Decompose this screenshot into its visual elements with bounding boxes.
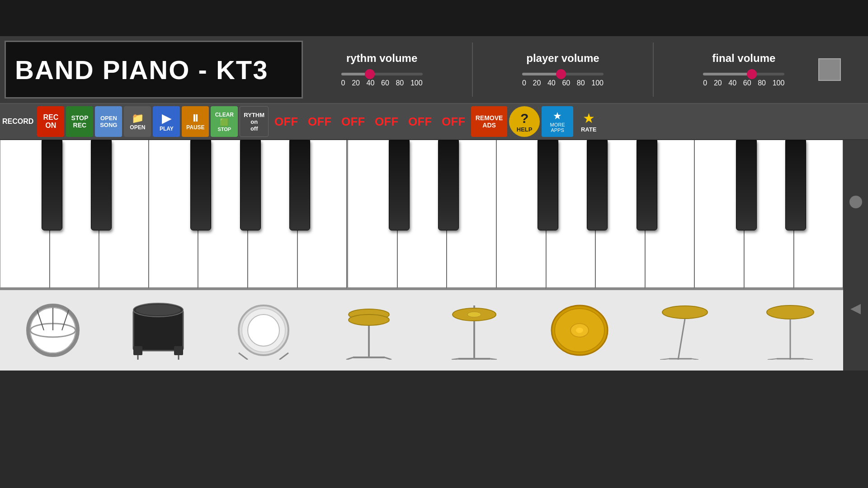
black-key-9[interactable] xyxy=(587,140,608,230)
rythm-volume-slider[interactable] xyxy=(341,73,423,75)
player-volume-slider[interactable] xyxy=(522,73,604,75)
ride-stand-image xyxy=(656,301,714,360)
drum-hihat[interactable] xyxy=(422,290,527,371)
player-volume-label: player volume xyxy=(526,52,599,65)
remove-ads-button[interactable]: REMOVE ADS xyxy=(471,106,507,137)
black-key-12[interactable] xyxy=(785,140,806,230)
drum-bass[interactable] xyxy=(211,290,316,371)
right-sidebar: ◀ xyxy=(843,140,868,371)
drum-crash[interactable] xyxy=(527,290,632,371)
svg-line-27 xyxy=(490,359,497,360)
scroll-circle[interactable] xyxy=(849,196,862,208)
off-button-5[interactable]: OFF xyxy=(404,106,436,137)
drum-ride-stand[interactable] xyxy=(632,290,738,371)
black-key-4[interactable] xyxy=(240,140,261,230)
rythm-button[interactable]: RYTHM on off xyxy=(240,106,269,137)
stop-rec-button[interactable]: STOP REC xyxy=(66,106,93,137)
svg-line-43 xyxy=(804,359,813,360)
svg-line-17 xyxy=(279,353,288,360)
svg-line-38 xyxy=(692,359,698,360)
divider-2 xyxy=(653,42,654,97)
svg-rect-9 xyxy=(133,346,142,355)
drum-section xyxy=(0,289,843,371)
drum-hihat-stand[interactable] xyxy=(316,290,421,371)
svg-point-39 xyxy=(767,305,814,319)
svg-line-26 xyxy=(452,359,458,360)
drum-floor-tom[interactable] xyxy=(105,290,211,371)
black-key-10[interactable] xyxy=(637,140,657,230)
app-title: BAND PIANO - KT3 xyxy=(15,55,268,85)
black-key-3[interactable] xyxy=(190,140,211,230)
scroll-left-arrow[interactable]: ◀ xyxy=(850,301,861,315)
svg-point-29 xyxy=(467,312,481,317)
header-section: BAND PIANO - KT3 rythm volume 0204060801… xyxy=(0,36,868,104)
drum-ride[interactable] xyxy=(738,290,843,371)
off-button-2[interactable]: OFF xyxy=(304,106,335,137)
piano-wrapper: ◀ xyxy=(0,140,868,371)
volume-section: rythm volume 020406080100 player volume … xyxy=(307,36,818,103)
final-volume-label: final volume xyxy=(712,52,775,65)
svg-point-34 xyxy=(662,306,708,319)
stop-icon: 🟩 xyxy=(220,118,229,127)
black-key-5[interactable] xyxy=(289,140,310,230)
clear-stop-button[interactable]: CLEAR 🟩 STOP xyxy=(211,106,238,137)
star-icon-more: ★ xyxy=(553,110,562,122)
hihat-image xyxy=(445,301,504,360)
crash-image xyxy=(548,301,611,360)
toolbar: RECORD REC ON STOP REC OPEN SONG 📁 OPEN … xyxy=(0,104,868,140)
play-icon: ▶ xyxy=(162,112,171,126)
piano-area xyxy=(0,140,843,371)
svg-line-23 xyxy=(385,357,392,360)
black-key-1[interactable] xyxy=(42,140,62,230)
open-button[interactable]: 📁 OPEN xyxy=(124,106,151,137)
bass-drum-image xyxy=(234,301,293,360)
help-button[interactable]: ? HELP xyxy=(509,106,540,137)
pause-icon: ⏸ xyxy=(190,113,200,124)
svg-point-15 xyxy=(248,314,279,346)
help-icon: ? xyxy=(520,111,528,126)
rythm-volume-label: rythm volume xyxy=(346,52,417,65)
drum-snare[interactable] xyxy=(0,290,105,371)
rec-on-button[interactable]: REC ON xyxy=(37,106,64,137)
svg-line-35 xyxy=(678,319,685,360)
rythm-volume-control: rythm volume 020406080100 xyxy=(332,52,432,87)
pause-button[interactable]: ⏸ PAUSE xyxy=(182,106,209,137)
snare-drum-image xyxy=(24,301,82,360)
white-keys-row xyxy=(0,140,843,289)
black-key-2[interactable] xyxy=(91,140,112,230)
final-volume-ticks: 020406080100 xyxy=(703,79,784,87)
floor-tom-image xyxy=(129,301,188,360)
play-button[interactable]: ▶ PLAY xyxy=(153,106,180,137)
black-key-8[interactable] xyxy=(538,140,558,230)
player-volume-ticks: 020406080100 xyxy=(522,79,604,87)
svg-point-8 xyxy=(136,305,181,315)
final-volume-slider[interactable] xyxy=(703,73,784,75)
logo-box: BAND PIANO - KT3 xyxy=(5,41,303,99)
hihat-stand-image xyxy=(340,301,398,360)
record-label: RECORD xyxy=(2,117,33,126)
divider-1 xyxy=(472,42,473,97)
corner-button[interactable] xyxy=(818,58,841,81)
svg-line-37 xyxy=(660,359,669,360)
more-apps-button[interactable]: ★ MORE APPS xyxy=(542,106,573,137)
svg-line-22 xyxy=(346,357,353,360)
svg-point-33 xyxy=(576,328,583,333)
rate-button[interactable]: ★ RATE xyxy=(575,106,602,137)
svg-line-16 xyxy=(239,353,248,360)
ride-image xyxy=(761,301,820,360)
player-volume-control: player volume 020406080100 xyxy=(513,52,613,87)
star-icon-rate: ★ xyxy=(583,110,595,126)
off-button-4[interactable]: OFF xyxy=(371,106,402,137)
black-key-7[interactable] xyxy=(438,140,459,230)
black-key-11[interactable] xyxy=(736,140,757,230)
svg-point-19 xyxy=(349,314,389,325)
off-button-3[interactable]: OFF xyxy=(337,106,369,137)
top-bar xyxy=(0,0,868,36)
black-key-6[interactable] xyxy=(389,140,410,230)
off-button-6[interactable]: OFF xyxy=(438,106,469,137)
open-song-button[interactable]: OPEN SONG xyxy=(95,106,122,137)
svg-line-42 xyxy=(768,359,777,360)
svg-rect-10 xyxy=(174,346,183,355)
off-button-1[interactable]: OFF xyxy=(270,106,302,137)
folder-icon: 📁 xyxy=(132,113,144,124)
